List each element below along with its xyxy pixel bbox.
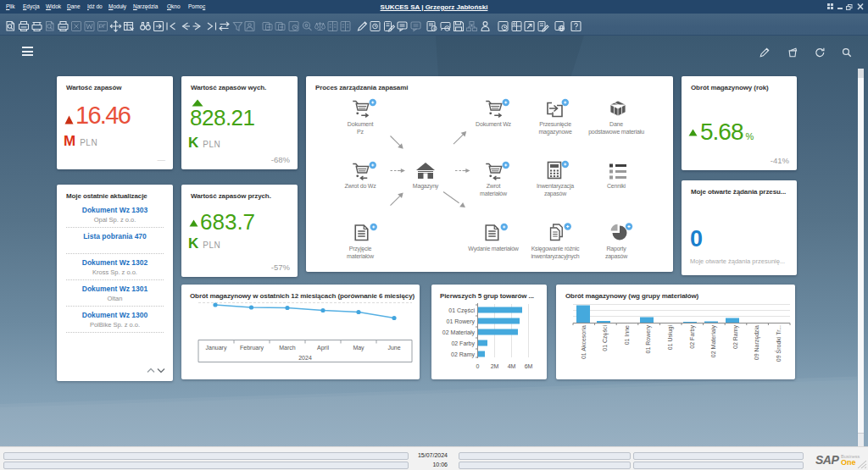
svg-text:Wydanie materiałów: Wydanie materiałów [468, 246, 520, 252]
svg-text:Dokument Wz: Dokument Wz [476, 121, 511, 127]
svg-text:09 Narzędzia: 09 Narzędzia [754, 325, 760, 360]
svg-text:4M: 4M [508, 363, 516, 369]
svg-text:0: 0 [476, 363, 480, 369]
svg-text:2024: 2024 [298, 355, 312, 361]
svg-text:02 Ramy: 02 Ramy [732, 325, 739, 350]
svg-text:Zwrot: Zwrot [487, 183, 501, 189]
svg-text:Dokument: Dokument [348, 121, 374, 127]
svg-text:02 Farby: 02 Farby [451, 340, 475, 347]
svg-text:Dane: Dane [609, 121, 623, 127]
svg-text:January: January [206, 345, 227, 351]
svg-text:zapasów: zapasów [544, 191, 567, 197]
svg-text:01 Części: 01 Części [448, 307, 475, 314]
svg-text:Przyjęcie: Przyjęcie [349, 246, 372, 252]
svg-text:materiałów: materiałów [480, 191, 508, 196]
svg-text:01 Rowery: 01 Rowery [447, 318, 476, 325]
svg-text:Raporty: Raporty [606, 246, 626, 252]
svg-text:01 Usługi: 01 Usługi [667, 325, 674, 351]
svg-text:magazynowe: magazynowe [538, 129, 572, 135]
svg-text:March: March [279, 345, 296, 351]
svg-text:09 Środki Tr...: 09 Środki Tr... [775, 325, 782, 362]
svg-text:01 Inne: 01 Inne [624, 325, 630, 345]
svg-text:Przesunięcie: Przesunięcie [539, 121, 571, 128]
svg-text:One: One [841, 458, 856, 467]
svg-text:01 Akcesoria: 01 Akcesoria [581, 325, 587, 359]
svg-text:02 Materiały: 02 Materiały [442, 329, 476, 336]
svg-text:February: February [240, 345, 264, 351]
svg-text:2M: 2M [491, 363, 499, 369]
svg-text:inwentaryzacyjnych: inwentaryzacyjnych [531, 253, 579, 260]
svg-text:materiałów: materiałów [347, 253, 375, 259]
svg-text:April: April [317, 345, 329, 351]
svg-text:01 Rowery: 01 Rowery [645, 325, 652, 354]
svg-text:6M: 6M [525, 363, 533, 369]
svg-text:Inwentaryzacja: Inwentaryzacja [537, 183, 574, 190]
svg-text:May: May [353, 345, 364, 351]
svg-text:02 Ramy: 02 Ramy [451, 351, 476, 358]
svg-text:SAP: SAP [815, 453, 839, 467]
svg-text:Pz: Pz [357, 129, 364, 135]
svg-text:Zwrot do Wz: Zwrot do Wz [344, 183, 376, 189]
svg-text:Cenniki: Cenniki [607, 183, 626, 189]
svg-text:June: June [387, 345, 400, 351]
svg-text:02 Farby: 02 Farby [689, 325, 696, 349]
svg-text:podstawowe materiału: podstawowe materiału [588, 129, 644, 135]
svg-text:01 Części: 01 Części [602, 325, 609, 351]
svg-text:Magazyny: Magazyny [413, 183, 439, 190]
svg-text:02 Materiały: 02 Materiały [710, 325, 717, 358]
svg-text:Księgowanie różnic: Księgowanie różnic [531, 246, 580, 252]
svg-text:zapasów: zapasów [605, 253, 628, 260]
